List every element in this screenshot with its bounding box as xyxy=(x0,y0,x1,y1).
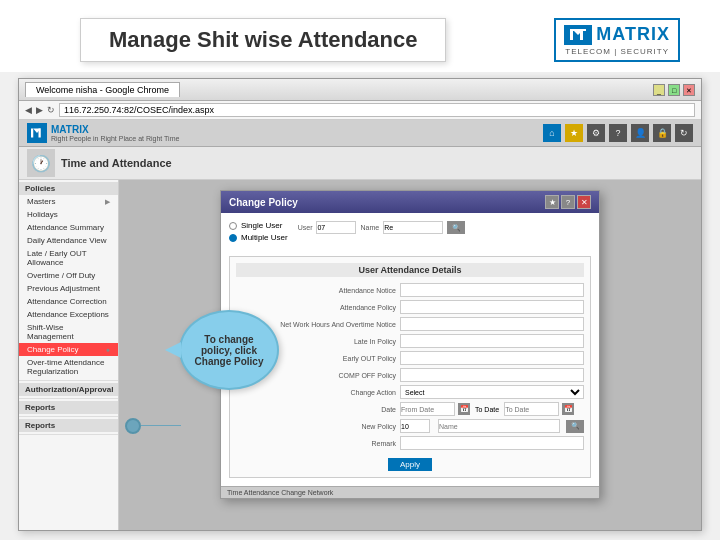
help-icon[interactable]: ? xyxy=(609,124,627,142)
modal-help-button[interactable]: ? xyxy=(561,195,575,209)
attendance-notice-input[interactable] xyxy=(400,283,584,297)
sidebar-item-exceptions[interactable]: Attendance Exceptions xyxy=(19,308,118,321)
forward-icon[interactable]: ▶ xyxy=(36,105,43,115)
sidebar-item-overtime-regularization[interactable]: Over-time Attendance Regularization xyxy=(19,356,118,378)
new-policy-label: New Policy xyxy=(236,423,396,430)
change-action-select[interactable]: Select xyxy=(400,385,584,399)
modal-header-buttons: ★ ? ✕ xyxy=(545,195,591,209)
change-action-label: Change Action xyxy=(236,389,396,396)
svg-rect-6 xyxy=(31,129,33,138)
sidebar-item-late-early[interactable]: Late / Early OUT Allowance xyxy=(19,247,118,269)
date-row: 📅 To Date 📅 xyxy=(400,402,574,416)
form-row-attendance-policy: Attendance Policy xyxy=(236,300,584,314)
apply-row: Apply xyxy=(236,454,584,471)
app-logo: MATRIX Right People in Right Place at Ri… xyxy=(27,123,179,143)
sidebar-item-overtime[interactable]: Overtime / Off Duty xyxy=(19,269,118,282)
to-date-input[interactable] xyxy=(504,402,559,416)
remark-input[interactable] xyxy=(400,436,584,450)
modal-close-button[interactable]: ✕ xyxy=(577,195,591,209)
logo-brand: MATRIX xyxy=(596,24,670,45)
form-row-net-work-hours: Net Work Hours And Overtime Notice xyxy=(236,317,584,331)
attendance-notice-label: Attendance Notice xyxy=(236,287,396,294)
module-title: Time and Attendance xyxy=(61,157,172,169)
from-date-input[interactable] xyxy=(400,402,455,416)
new-policy-search-button[interactable]: 🔍 xyxy=(566,420,584,433)
refresh-header-icon[interactable]: ↻ xyxy=(675,124,693,142)
close-button[interactable]: ✕ xyxy=(683,84,695,96)
form-row-change-action: Change Action Select xyxy=(236,385,584,399)
modal-title: Change Policy xyxy=(229,197,298,208)
option-multiple-user[interactable]: Multiple User xyxy=(229,233,288,242)
home-icon[interactable]: ⌂ xyxy=(543,124,561,142)
sidebar-item-masters[interactable]: Masters ▶ xyxy=(19,195,118,208)
remark-label: Remark xyxy=(236,440,396,447)
form-row-early-out: Early OUT Policy xyxy=(236,351,584,365)
form-row-comp-off: COMP OFF Policy xyxy=(236,368,584,382)
attendance-policy-label: Attendance Policy xyxy=(236,304,396,311)
user-icon[interactable]: 👤 xyxy=(631,124,649,142)
modal-star-button[interactable]: ★ xyxy=(545,195,559,209)
top-section: Manage Shit wise Attendance MATRIX TELEC… xyxy=(0,0,720,72)
app-brand-name: MATRIX xyxy=(51,124,179,135)
form-row-attendance-notice: Attendance Notice xyxy=(236,283,584,297)
star-icon[interactable]: ★ xyxy=(565,124,583,142)
sidebar-item-holidays[interactable]: Holidays xyxy=(19,208,118,221)
to-date-calendar-icon[interactable]: 📅 xyxy=(562,403,574,415)
sidebar-item-attendance-correction[interactable]: Attendance Correction xyxy=(19,295,118,308)
sidebar: Policies Masters ▶ Holidays Attendance S… xyxy=(19,180,119,530)
apply-button[interactable]: Apply xyxy=(388,458,432,471)
panel-title: User Attendance Details xyxy=(236,263,584,277)
lock-icon[interactable]: 🔒 xyxy=(653,124,671,142)
sidebar-item-attendance-summary[interactable]: Attendance Summary xyxy=(19,221,118,234)
attendance-policy-input[interactable] xyxy=(400,300,584,314)
app-header: MATRIX Right People in Right Place at Ri… xyxy=(19,120,701,147)
page-title: Manage Shit wise Attendance xyxy=(80,18,446,62)
tooltip-bubble: To change policy, click Change Policy xyxy=(179,310,279,390)
sidebar-reports2-title: Reports xyxy=(19,419,118,432)
sidebar-item-previous-adj[interactable]: Previous Adjustment xyxy=(19,282,118,295)
browser-addressbar: ◀ ▶ ↻ xyxy=(19,101,701,120)
browser-controls: _ □ ✕ xyxy=(653,84,695,96)
sidebar-section-policies: Policies Masters ▶ Holidays Attendance S… xyxy=(19,180,118,381)
option-single-user[interactable]: Single User xyxy=(229,221,288,230)
sidebar-item-change-policy[interactable]: Change Policy ● xyxy=(19,343,118,356)
modal-bottom-bar: Time Attendance Change Network xyxy=(221,486,599,498)
net-work-hours-input[interactable] xyxy=(400,317,584,331)
radio-single[interactable] xyxy=(229,222,237,230)
early-out-input[interactable] xyxy=(400,351,584,365)
name-input[interactable] xyxy=(383,221,443,234)
back-icon[interactable]: ◀ xyxy=(25,105,32,115)
browser-tab[interactable]: Welcome nisha - Google Chrome xyxy=(25,82,180,97)
minimize-button[interactable]: _ xyxy=(653,84,665,96)
sidebar-section-title-policies: Policies xyxy=(19,182,118,195)
radio-multiple[interactable] xyxy=(229,234,237,242)
svg-rect-3 xyxy=(580,30,583,40)
matrix-logo-icon xyxy=(564,25,592,45)
late-in-input[interactable] xyxy=(400,334,584,348)
sidebar-item-daily-attendance[interactable]: Daily Attendance View xyxy=(19,234,118,247)
search-button[interactable]: 🔍 xyxy=(447,221,465,234)
sidebar-auth-title: Authorization/Approval xyxy=(19,383,118,396)
svg-rect-4 xyxy=(570,29,586,31)
modal-header: Change Policy ★ ? ✕ xyxy=(221,191,599,213)
svg-rect-8 xyxy=(39,129,41,138)
comp-off-input[interactable] xyxy=(400,368,584,382)
form-row-late-in: Late In Policy xyxy=(236,334,584,348)
sidebar-item-shift-wise[interactable]: Shift-Wise Management xyxy=(19,321,118,343)
address-input[interactable] xyxy=(59,103,695,117)
name-label: Name xyxy=(360,224,379,231)
logo-box: MATRIX TELECOM | SECURITY xyxy=(554,18,680,62)
user-id-label: User xyxy=(298,224,313,231)
from-date-calendar-icon[interactable]: 📅 xyxy=(458,403,470,415)
date-label: Date xyxy=(236,406,396,413)
refresh-icon[interactable]: ↻ xyxy=(47,105,55,115)
single-user-label: Single User xyxy=(241,221,282,230)
maximize-button[interactable]: □ xyxy=(668,84,680,96)
new-policy-id-input[interactable] xyxy=(400,419,430,433)
sidebar-section-reports2: Reports xyxy=(19,417,118,435)
new-policy-name-input[interactable] xyxy=(438,419,560,433)
settings-icon[interactable]: ⚙ xyxy=(587,124,605,142)
arrow-icon: ▶ xyxy=(105,198,110,206)
user-id-input[interactable] xyxy=(316,221,356,234)
app-container: Policies Masters ▶ Holidays Attendance S… xyxy=(19,180,701,530)
